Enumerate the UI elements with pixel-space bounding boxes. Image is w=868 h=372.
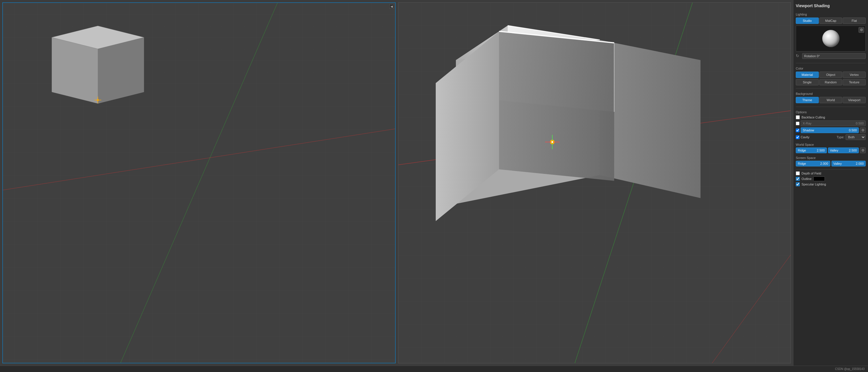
background-buttons: Theme World Viewport — [796, 97, 866, 103]
rotation-value: 0° — [817, 54, 820, 58]
outline-row: Outline — [796, 176, 866, 181]
hdri-sphere — [822, 30, 839, 47]
cavity-type-dropdown[interactable]: Both Screen World — [845, 134, 866, 140]
screen-ridge-valley-row: Ridge 2.000 Valley 2.000 — [796, 161, 866, 166]
color-single-btn[interactable]: Single — [796, 79, 819, 86]
main-area: ◀ — [0, 0, 868, 366]
color-label: Color — [796, 67, 866, 70]
background-label: Background — [796, 92, 866, 96]
divider-4 — [796, 169, 866, 170]
shadow-value: 0.500 — [849, 129, 857, 132]
xray-label: X-Ray — [803, 122, 812, 125]
divider-3 — [796, 107, 866, 107]
lighting-label: Lighting — [796, 13, 866, 16]
backface-culling-label: Backface Culling — [802, 115, 825, 119]
lighting-studio-btn[interactable]: Studio — [796, 18, 819, 24]
world-ridge-value: 2.500 — [817, 148, 825, 152]
hdri-gear-btn[interactable]: ⚙ — [859, 27, 864, 33]
specular-lighting-row: Specular Lighting — [796, 182, 866, 186]
viewport-shading-panel: Viewport Shading Lighting Studio MatCap … — [793, 0, 868, 366]
color-object-btn[interactable]: Object — [819, 72, 842, 78]
outline-label: Outline — [802, 177, 812, 180]
divider-1 — [796, 63, 866, 63]
shadow-field[interactable]: Shadow 0.500 — [801, 127, 859, 133]
xray-field[interactable]: X-Ray 0.500 — [801, 121, 866, 126]
viewport-right[interactable] — [398, 2, 791, 363]
rotation-field[interactable]: Rotation 0° — [802, 53, 866, 59]
world-space-gear-btn[interactable]: ⚙ — [860, 147, 866, 153]
xray-checkbox[interactable] — [796, 122, 800, 125]
depth-of-field-label: Depth of Field — [802, 172, 821, 175]
outline-color-swatch[interactable] — [813, 176, 825, 181]
svg-point-28 — [551, 141, 553, 143]
background-theme-btn[interactable]: Theme — [796, 97, 819, 103]
screen-valley-value: 2.000 — [856, 162, 864, 165]
cube-svg — [398, 3, 790, 363]
cavity-checkbox[interactable] — [796, 135, 800, 139]
bottom-bar: CSDN @qq_15558143 — [0, 366, 868, 372]
screen-ridge-label: Ridge — [798, 162, 806, 165]
hdri-preview: ⚙ — [796, 26, 866, 52]
collapse-left-btn[interactable]: ◀ — [390, 4, 394, 9]
viewport-left-grid — [3, 3, 395, 363]
color-buttons-row1: Material Object Vertex — [796, 72, 866, 78]
lighting-flat-btn[interactable]: Flat — [843, 18, 866, 24]
panel-title: Viewport Shading — [796, 2, 866, 8]
color-random-btn[interactable]: Random — [819, 79, 842, 86]
divider-2 — [796, 88, 866, 89]
options-label: Options — [796, 110, 866, 114]
viewport-left[interactable]: ◀ — [2, 2, 396, 363]
screen-space-label: Screen Space — [796, 156, 866, 160]
world-ridge-field[interactable]: Ridge 2.500 — [796, 147, 827, 153]
shadow-gear-btn[interactable]: ⚙ — [860, 127, 866, 133]
screen-ridge-field[interactable]: Ridge 2.000 — [796, 161, 830, 166]
color-buttons-row2: Single Random Texture — [796, 79, 866, 86]
world-valley-value: 2.500 — [849, 148, 857, 152]
svg-marker-21 — [436, 31, 499, 221]
screen-valley-field[interactable]: Valley 2.000 — [832, 161, 866, 166]
world-valley-field[interactable]: Valley 2.500 — [828, 147, 859, 153]
rotation-label: Rotation — [804, 54, 816, 58]
backface-culling-checkbox[interactable] — [796, 115, 800, 119]
world-space-label: World Space — [796, 143, 866, 146]
backface-culling-row: Backface Culling — [796, 115, 866, 119]
world-valley-label: Valley — [830, 148, 838, 152]
svg-marker-4 — [52, 37, 98, 103]
rotation-icon: ↻ — [796, 54, 801, 59]
world-ridge-label: Ridge — [798, 148, 806, 152]
world-ridge-valley-row: Ridge 2.500 Valley 2.500 ⚙ — [796, 147, 866, 153]
background-viewport-btn[interactable]: Viewport — [843, 97, 866, 103]
shadow-label: Shadow — [803, 129, 814, 132]
specular-lighting-label: Specular Lighting — [802, 182, 826, 186]
svg-marker-22 — [499, 31, 614, 181]
color-vertex-btn[interactable]: Vertex — [843, 72, 866, 78]
background-world-btn[interactable]: World — [819, 97, 842, 103]
cavity-row: Cavity Type: Both Screen World — [796, 134, 866, 140]
xray-value: 0.500 — [856, 122, 864, 125]
bottom-bar-text: CSDN @qq_15558143 — [835, 367, 865, 371]
svg-marker-5 — [98, 37, 144, 103]
screen-ridge-value: 2.000 — [820, 162, 828, 165]
lighting-buttons: Studio MatCap Flat — [796, 18, 866, 24]
color-texture-btn[interactable]: Texture — [843, 79, 866, 86]
rotation-row: ↻ Rotation 0° — [796, 53, 866, 59]
cavity-label: Cavity — [801, 135, 835, 139]
cavity-type-label: Type: — [837, 135, 844, 139]
shadow-checkbox[interactable] — [796, 129, 800, 132]
specular-lighting-checkbox[interactable] — [796, 182, 800, 186]
depth-of-field-checkbox[interactable] — [796, 171, 800, 175]
lighting-matcap-btn[interactable]: MatCap — [819, 18, 842, 24]
depth-of-field-row: Depth of Field — [796, 171, 866, 175]
screen-valley-label: Valley — [834, 162, 842, 165]
outline-checkbox[interactable] — [796, 177, 800, 181]
xray-row: X-Ray 0.500 — [796, 121, 866, 126]
color-material-btn[interactable]: Material — [796, 72, 819, 78]
shadow-row: Shadow 0.500 ⚙ — [796, 127, 866, 133]
